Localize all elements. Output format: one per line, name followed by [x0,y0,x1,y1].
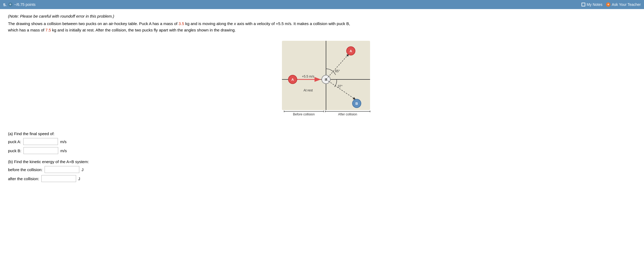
problem-note: (Note: Please be careful with roundoff e… [8,14,636,18]
puck-a-unit: m/s [60,139,66,144]
puck-a-row-label: puck A: [8,139,21,144]
svg-text:B: B [355,102,358,106]
mass-b-value: 7.5 [45,28,51,32]
diagram-container: A +5.5 m/s B At rest [8,38,636,123]
svg-text:A: A [350,49,352,53]
svg-text:65°: 65° [335,69,340,73]
svg-text:A: A [291,78,294,82]
svg-text:After collision: After collision [338,112,357,116]
expand-icon[interactable]: + [8,2,13,7]
part-b-label: (b) Find the kinetic energy of the A+B s… [8,159,636,164]
question-number: 5. [3,2,7,7]
before-collision-row: before the collision: J [8,166,636,173]
svg-text:+5.5 m/s: +5.5 m/s [302,75,314,78]
before-collision-unit: J [81,167,84,172]
x-axis-label: x [234,21,236,26]
ask-teacher-button[interactable]: + Ask Your Teacher [606,2,641,7]
ask-plus-icon: + [606,2,610,7]
puck-a-input[interactable] [23,138,58,145]
after-collision-label: after the collision: [8,176,39,181]
my-notes-label: My Notes [587,2,602,7]
puck-b-row-label: puck B: [8,148,21,153]
part-a-section: (a) Find the final speed of: puck A: m/s… [8,131,636,154]
after-collision-input[interactable] [41,175,76,182]
after-collision-row: after the collision: J [8,175,636,182]
main-content: (Note: Please be careful with roundoff e… [0,9,644,195]
puck-a-row: puck A: m/s [8,138,636,145]
after-collision-unit: J [78,176,80,181]
diagram-box: A +5.5 m/s B At rest [266,38,378,123]
svg-text:37°: 37° [338,84,343,88]
before-collision-input[interactable] [45,166,79,173]
desc-part1: The drawing shows a collision between tw… [8,21,179,26]
top-bar-actions: My Notes + Ask Your Teacher [582,2,641,7]
puck-b-input[interactable] [23,147,58,154]
problem-description: The drawing shows a collision between tw… [8,21,355,33]
puck-b-unit: m/s [60,148,67,153]
notes-icon [582,3,585,6]
part-a-label: (a) Find the final speed of: [8,131,636,136]
my-notes-button[interactable]: My Notes [582,2,602,7]
part-b-section: (b) Find the kinetic energy of the A+B s… [8,159,636,182]
points-display: −/6.75 points [14,2,36,7]
before-collision-label: before the collision: [8,167,42,172]
mass-a-value: 3.5 [179,21,184,26]
svg-text:At rest: At rest [304,88,313,92]
mass-b-unit: kg and is initially at rest. After the c… [51,28,236,32]
diagram-svg: A +5.5 m/s B At rest [266,38,378,123]
top-bar: 5. + −/6.75 points My Notes + Ask Your T… [0,0,644,9]
svg-text:Before collision: Before collision [293,112,315,116]
ask-teacher-label: Ask Your Teacher [612,2,641,7]
puck-b-row: puck B: m/s [8,147,636,154]
question-info: 5. + −/6.75 points [3,2,36,7]
mass-a-unit: kg and is moving along the [184,21,234,26]
